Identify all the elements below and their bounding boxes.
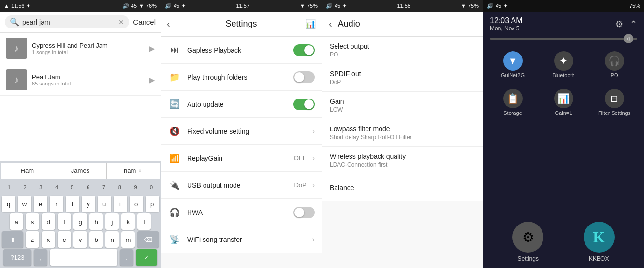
collapse-icon[interactable]: ⌃: [630, 19, 637, 29]
autoupdate-toggle[interactable]: [293, 99, 315, 110]
kb-comma[interactable]: ,: [34, 249, 47, 266]
settings-label-wifi: WiFi song transfer: [187, 236, 307, 243]
kb-e[interactable]: e: [34, 196, 47, 212]
kb-m[interactable]: m: [121, 231, 135, 248]
kb-s[interactable]: s: [26, 213, 39, 230]
kb-num-0[interactable]: 0: [144, 181, 159, 194]
settings-item-autoupdate[interactable]: 🔄 Auto update: [161, 91, 322, 118]
app-kkbox[interactable]: K KKBOX: [584, 222, 615, 262]
song-thumbnail: ♪: [6, 69, 27, 90]
wifi-transfer-icon: 📡: [168, 233, 181, 246]
song-list: ♪ Cypress Hill and Pearl Jam 1 songs in …: [0, 33, 161, 161]
back-arrow-icon[interactable]: ‹: [167, 18, 170, 29]
kb-d[interactable]: d: [42, 213, 55, 230]
song-subtitle: 1 songs in total: [32, 49, 144, 55]
status-left-3: 🔊 45 ✦: [326, 3, 347, 9]
kb-v[interactable]: v: [73, 231, 87, 248]
settings-icon[interactable]: ⚙: [615, 19, 623, 29]
tile-gainl[interactable]: 📊 Gain=L: [539, 84, 588, 121]
app-settings[interactable]: ⚙ Settings: [512, 222, 543, 262]
bluetooth-icon-3: ✦: [342, 3, 347, 9]
settings-item-folders[interactable]: 📁 Play through folders: [161, 64, 322, 91]
hwa-toggle[interactable]: [293, 207, 315, 218]
settings-item-volume[interactable]: 🔇 Fixed volume setting ›: [161, 118, 322, 145]
settings-item-hwa[interactable]: 🎧 HWA: [161, 199, 322, 226]
audio-item-output[interactable]: Select output PO: [322, 37, 483, 64]
kb-num-7[interactable]: 7: [97, 181, 111, 194]
audio-item-title: Lowpass filter mode: [330, 125, 475, 133]
kb-r[interactable]: r: [50, 196, 63, 212]
gapless-toggle[interactable]: [293, 44, 315, 56]
kb-u[interactable]: u: [98, 196, 111, 212]
kb-num-8[interactable]: 8: [113, 181, 127, 194]
kb-j[interactable]: j: [105, 213, 119, 230]
kb-w[interactable]: w: [18, 196, 31, 212]
folders-toggle[interactable]: [293, 71, 315, 83]
audio-back-icon[interactable]: ‹: [329, 18, 332, 29]
kb-i[interactable]: i: [114, 196, 127, 212]
suggestion-1[interactable]: James: [54, 163, 107, 179]
kb-q[interactable]: q: [2, 196, 15, 212]
kb-shift[interactable]: ⬆: [2, 231, 23, 248]
audio-item-spdif[interactable]: SPDIF out DoP: [322, 64, 483, 92]
kb-z[interactable]: z: [26, 231, 39, 248]
kb-h[interactable]: h: [89, 213, 103, 230]
kb-num-4[interactable]: 4: [49, 181, 64, 194]
search-input[interactable]: [22, 18, 116, 26]
kb-period[interactable]: .: [120, 249, 133, 266]
replaygain-icon: 📶: [168, 152, 181, 165]
kb-num-6[interactable]: 6: [81, 181, 96, 194]
tile-label-bluetooth: Bluetooth: [552, 72, 574, 78]
kb-f[interactable]: f: [58, 213, 71, 230]
kb-l[interactable]: l: [137, 213, 151, 230]
kb-x[interactable]: x: [42, 231, 55, 248]
kb-num-5[interactable]: 5: [65, 181, 80, 194]
kb-b[interactable]: b: [89, 231, 103, 248]
audio-item-lowpass[interactable]: Lowpass filter mode Short delay Sharp Ro…: [322, 119, 483, 147]
kb-backspace[interactable]: ⌫: [137, 231, 159, 248]
settings-item-replaygain[interactable]: 📶 ReplayGain OFF ›: [161, 145, 322, 172]
keyboard-row-1: q w e r t y u i o p: [1, 196, 160, 212]
audio-item-title: SPDIF out: [330, 70, 475, 78]
tile-filter[interactable]: ⊟ Filter Settings: [589, 84, 639, 121]
kb-space[interactable]: [50, 249, 117, 266]
play-icon[interactable]: ▶: [149, 75, 155, 85]
kb-c[interactable]: c: [58, 231, 71, 248]
settings-label-hwa: HWA: [187, 209, 288, 216]
kb-num-2[interactable]: 2: [18, 181, 32, 194]
tile-storage[interactable]: 📋 Storage: [488, 84, 538, 121]
cancel-button[interactable]: Cancel: [133, 18, 156, 26]
audio-item-wireless[interactable]: Wireless playback quality LDAC-Connectio…: [322, 147, 483, 174]
play-icon[interactable]: ▶: [149, 44, 155, 53]
tile-bluetooth[interactable]: ✦ Bluetooth: [539, 46, 588, 83]
tile-po[interactable]: 🎧 PO: [589, 46, 639, 83]
kb-symbols[interactable]: ?123: [3, 249, 31, 266]
kb-enter[interactable]: ✓: [136, 249, 157, 266]
list-item[interactable]: ♪ Cypress Hill and Pearl Jam 1 songs in …: [0, 33, 161, 64]
kb-y[interactable]: y: [82, 196, 95, 212]
kb-p[interactable]: p: [146, 196, 159, 212]
audio-item-balance[interactable]: Balance: [322, 174, 483, 201]
kb-o[interactable]: o: [130, 196, 143, 212]
list-item[interactable]: ♪ Pearl Jam 65 songs in total ▶: [0, 64, 161, 96]
kb-a[interactable]: a: [10, 213, 23, 230]
audio-item-sub: LDAC-Connection first: [330, 161, 475, 168]
battery-1: 76%: [146, 3, 157, 9]
brightness-bar[interactable]: ⚙: [490, 38, 637, 40]
audio-item-gain[interactable]: Gain LOW: [322, 92, 483, 119]
kb-num-1[interactable]: 1: [2, 181, 16, 194]
kb-num-3[interactable]: 3: [33, 181, 48, 194]
equalizer-icon[interactable]: 📊: [305, 19, 316, 29]
kb-k[interactable]: k: [121, 213, 135, 230]
kb-g[interactable]: g: [73, 213, 87, 230]
settings-item-usb[interactable]: 🔌 USB output mode DoP ›: [161, 172, 322, 199]
settings-item-wifi[interactable]: 📡 WiFi song transfer ›: [161, 226, 322, 253]
suggestion-0[interactable]: Ham: [1, 163, 54, 179]
kb-t[interactable]: t: [66, 196, 79, 212]
kb-n[interactable]: n: [105, 231, 119, 248]
tile-guinet2g[interactable]: ▼ GuiNet2G: [488, 46, 538, 83]
search-input-wrap[interactable]: 🔍 ✕: [5, 15, 129, 28]
clear-search-icon[interactable]: ✕: [118, 18, 124, 26]
settings-item-gapless[interactable]: ⏭ Gapless Playback: [161, 37, 322, 64]
kb-num-9[interactable]: 9: [129, 181, 143, 194]
